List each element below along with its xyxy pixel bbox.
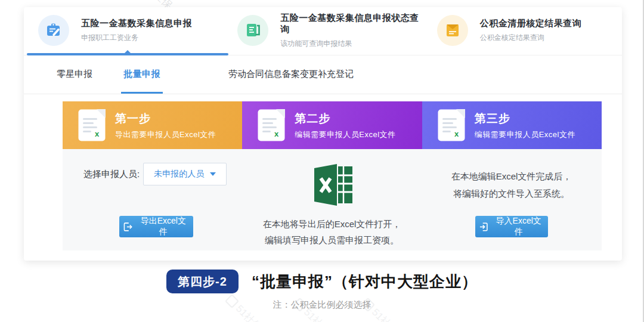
import-icon bbox=[479, 222, 488, 232]
middle-instruction-line2: 编辑填写申报人员需申报工资项。 bbox=[242, 232, 422, 248]
export-excel-button[interactable]: 导出Excel文件 bbox=[119, 216, 193, 237]
tab-sporadic-declare[interactable]: 零星申报 bbox=[54, 56, 95, 94]
footer-note: 注：公积金比例必须选择 bbox=[0, 299, 644, 311]
function-tab-status-query[interactable]: 五险一金基数采集信息申报状态查询 该功能可查询申报结果 bbox=[223, 8, 422, 52]
right-instruction-line2: 将编辑好的文件导入至系统。 bbox=[422, 185, 601, 202]
right-instruction: 在本地编辑Excel文件完成后， 将编辑好的文件导入至系统。 bbox=[422, 168, 601, 202]
clipboard-pen-icon bbox=[38, 15, 69, 46]
declare-person-dropdown[interactable]: 未申报的人员 bbox=[143, 163, 227, 185]
step-subtitle: 编辑需要申报人员Excel文件 bbox=[295, 129, 395, 140]
function-tab-subtitle: 该功能可查询申报结果 bbox=[280, 39, 422, 49]
svg-text:x: x bbox=[454, 129, 459, 138]
step-title: 第一步 bbox=[115, 111, 216, 126]
step-badge: 第四步-2 bbox=[166, 270, 239, 293]
dropdown-value: 未申报的人员 bbox=[154, 169, 204, 179]
function-tab-title: 五险一金基数采集信息申报 bbox=[81, 18, 192, 29]
middle-instruction-line1: 在本地将导出后的Excel文件打开， bbox=[242, 216, 422, 232]
panel-body: 选择申报人员: 未申报的人员 导出Excel文件 bbox=[63, 149, 602, 250]
footer-caption: 第四步-2 “批量申报”（针对中大型企业） bbox=[0, 270, 644, 293]
document-lines-icon bbox=[237, 15, 268, 46]
declare-person-select-row: 选择申报人员: 未申报的人员 bbox=[83, 163, 227, 185]
function-tab-base-declare[interactable]: 五险一金基数采集信息申报 申报职工工资业务 bbox=[24, 8, 223, 52]
select-label: 选择申报人员: bbox=[83, 169, 140, 180]
step-subtitle: 导出需要申报人员Excel文件 bbox=[115, 129, 216, 140]
excel-logo bbox=[309, 163, 355, 206]
export-icon bbox=[123, 222, 133, 232]
function-tab-bar: 五险一金基数采集信息申报 申报职工工资业务 五险一金基数采集信息申报状态查询 bbox=[24, 7, 622, 52]
svg-text:x: x bbox=[95, 129, 100, 138]
export-button-label: 导出Excel文件 bbox=[137, 216, 190, 237]
envelope-doc-icon bbox=[437, 15, 468, 46]
tab-labor-contract-registration[interactable]: 劳动合同信息备案变更补充登记 bbox=[226, 56, 356, 94]
middle-instruction: 在本地将导出后的Excel文件打开， 编辑填写申报人员需申报工资项。 bbox=[242, 216, 422, 248]
step-title: 第二步 bbox=[295, 111, 395, 126]
batch-declare-panel: x 第一步 导出需要申报人员Excel文件 x bbox=[63, 101, 602, 250]
footer-title: “批量申报”（针对中大型企业） bbox=[252, 271, 478, 292]
import-excel-button[interactable]: 导入Excel文件 bbox=[475, 216, 548, 237]
excel-file-icon: x bbox=[438, 109, 465, 141]
function-tab-title: 五险一金基数采集信息申报状态查询 bbox=[280, 13, 422, 35]
step-title: 第三步 bbox=[475, 111, 575, 126]
excel-file-icon: x bbox=[78, 109, 106, 141]
sub-tab-bar: 零星申报 批量申报 劳动合同信息备案变更补充登记 bbox=[24, 56, 622, 94]
step-banner-3: x 第三步 编辑需要申报人员Excel文件 bbox=[422, 101, 602, 149]
chevron-down-icon bbox=[210, 172, 216, 176]
function-tab-title: 公积金清册核定结果查询 bbox=[480, 18, 582, 29]
tab-batch-declare[interactable]: 批量申报 bbox=[121, 56, 163, 94]
svg-text:x: x bbox=[274, 129, 279, 138]
screen: 51社保 51社保 51社保 51社保 51社保 51社保 51社保 bbox=[0, 0, 644, 322]
function-tab-fund-result-query[interactable]: 公积金清册核定结果查询 公积金核定结果查询 bbox=[423, 8, 622, 52]
excel-file-icon: x bbox=[258, 109, 285, 141]
right-instruction-line1: 在本地编辑Excel文件完成后， bbox=[422, 168, 601, 185]
step-subtitle: 编辑需要申报人员Excel文件 bbox=[475, 129, 575, 140]
import-button-label: 导入Excel文件 bbox=[493, 216, 544, 237]
step-banners: x 第一步 导出需要申报人员Excel文件 x bbox=[63, 101, 602, 149]
function-tab-subtitle: 公积金核定结果查询 bbox=[480, 33, 582, 43]
step-banner-2: x 第二步 编辑需要申报人员Excel文件 bbox=[242, 101, 422, 149]
main-card: 五险一金基数采集信息申报 申报职工工资业务 五险一金基数采集信息申报状态查询 bbox=[24, 7, 622, 261]
function-tab-subtitle: 申报职工工资业务 bbox=[81, 33, 192, 43]
active-tab-indicator bbox=[24, 52, 622, 56]
step-banner-1: x 第一步 导出需要申报人员Excel文件 bbox=[63, 101, 242, 149]
